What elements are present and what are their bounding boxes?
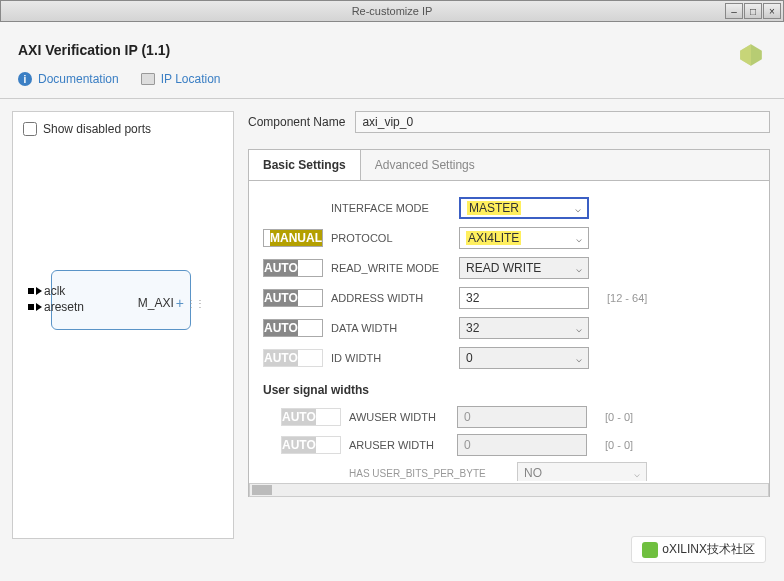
aruser-hint: [0 - 0]: [605, 439, 633, 451]
tab-body: INTERFACE MODE MASTER⌵ MANUAL PROTOCOL A…: [249, 181, 769, 481]
component-name-label: Component Name: [248, 115, 345, 129]
watermark: oXILINX技术社区: [631, 536, 766, 563]
addr-width-label: ADDRESS WIDTH: [331, 292, 451, 304]
data-width-auto-toggle[interactable]: AUTO: [263, 319, 323, 337]
window-title: Re-customize IP: [352, 5, 433, 17]
user-widths-header: User signal widths: [263, 383, 755, 397]
awuser-hint: [0 - 0]: [605, 411, 633, 423]
awuser-input: [457, 406, 587, 428]
ip-block-diagram: aclk aresetn M_AXI+⋮⋮: [51, 270, 191, 330]
has-user-bits-select: NO⌵: [517, 462, 647, 481]
close-button[interactable]: ×: [763, 3, 781, 19]
minimize-button[interactable]: –: [725, 3, 743, 19]
tab-advanced-settings[interactable]: Advanced Settings: [361, 150, 489, 180]
aruser-label: ARUSER WIDTH: [349, 439, 449, 451]
titlebar: Re-customize IP – □ ×: [0, 0, 784, 22]
wechat-icon: [642, 542, 658, 558]
right-panel: Component Name Basic Settings Advanced S…: [234, 111, 784, 539]
left-panel: Show disabled ports aclk aresetn M_AXI+⋮…: [12, 111, 234, 539]
data-width-label: DATA WIDTH: [331, 322, 451, 334]
protocol-label: PROTOCOL: [331, 232, 451, 244]
documentation-link[interactable]: Documentation: [38, 72, 119, 86]
aruser-input: [457, 434, 587, 456]
show-disabled-ports-checkbox[interactable]: [23, 122, 37, 136]
port-aresetn: aresetn: [44, 299, 84, 315]
folder-icon: [141, 73, 155, 85]
awuser-label: AWUSER WIDTH: [349, 411, 449, 423]
chevron-down-icon: ⌵: [576, 233, 582, 244]
ip-location-link[interactable]: IP Location: [161, 72, 221, 86]
data-width-select[interactable]: 32⌵: [459, 317, 589, 339]
protocol-auto-toggle[interactable]: MANUAL: [263, 229, 323, 247]
rw-mode-label: READ_WRITE MODE: [331, 262, 451, 274]
tab-basic-settings[interactable]: Basic Settings: [249, 150, 361, 180]
horizontal-scrollbar[interactable]: [249, 483, 769, 497]
component-name-input[interactable]: [355, 111, 770, 133]
logo-icon: [738, 42, 764, 68]
chevron-down-icon: ⌵: [576, 263, 582, 274]
has-user-bits-label: HAS USER_BITS_PER_BYTE: [349, 468, 509, 479]
rw-mode-select[interactable]: READ WRITE⌵: [459, 257, 589, 279]
addr-width-auto-toggle[interactable]: AUTO: [263, 289, 323, 307]
maximize-button[interactable]: □: [744, 3, 762, 19]
chevron-down-icon: ⌵: [575, 203, 581, 214]
interface-mode-label: INTERFACE MODE: [331, 202, 451, 214]
id-width-select: 0⌵: [459, 347, 589, 369]
aruser-auto-toggle: AUTO: [281, 436, 341, 454]
interface-mode-select[interactable]: MASTER⌵: [459, 197, 589, 219]
protocol-select[interactable]: AXI4LITE⌵: [459, 227, 589, 249]
toolbar: i Documentation IP Location: [0, 72, 784, 99]
id-width-auto-toggle: AUTO: [263, 349, 323, 367]
show-disabled-ports-label: Show disabled ports: [43, 122, 151, 136]
port-maxi: M_AXI: [138, 296, 174, 310]
page-title: AXI Verification IP (1.1): [0, 22, 784, 72]
addr-width-input[interactable]: [459, 287, 589, 309]
port-aclk: aclk: [44, 283, 65, 299]
info-icon: i: [18, 72, 32, 86]
addr-width-hint: [12 - 64]: [607, 292, 647, 304]
chevron-down-icon: ⌵: [634, 468, 640, 479]
rw-mode-auto-toggle[interactable]: AUTO: [263, 259, 323, 277]
awuser-auto-toggle: AUTO: [281, 408, 341, 426]
id-width-label: ID WIDTH: [331, 352, 451, 364]
chevron-down-icon: ⌵: [576, 353, 582, 364]
chevron-down-icon: ⌵: [576, 323, 582, 334]
